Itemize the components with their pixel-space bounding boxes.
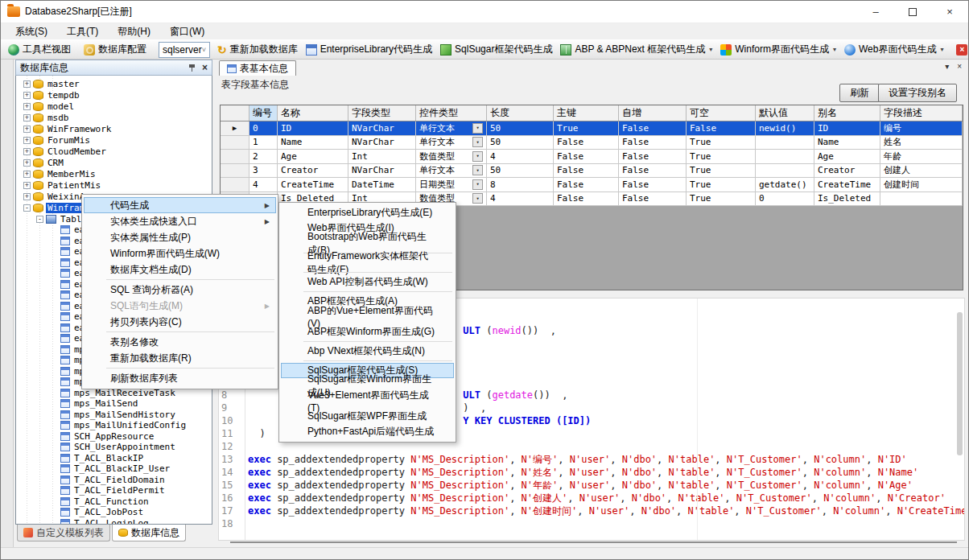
grid-row[interactable]: ▶ 1 Name NVarChar 单行文本▾ 50 False False T…	[221, 136, 963, 150]
tree-item-table[interactable]: SCH_UserAppointment	[16, 442, 212, 453]
grid-row[interactable]: ▶ 3 Creator NVarChar 单行文本▾ 50 False Fals…	[221, 164, 963, 179]
submenu-item[interactable]: ABP框架Winform界面生成(G) ▶	[281, 324, 454, 340]
tree-item-table[interactable]: mps_MailUnifiedConfig	[16, 420, 212, 431]
tree-expander[interactable]: -	[23, 204, 31, 212]
context-menu-item[interactable]: ▶	[106, 279, 274, 280]
grid-row[interactable]: ▶ 4 CreateTime DateTime 日期类型▾ 8 False Fa…	[221, 178, 963, 192]
entlib-codegen-button[interactable]: EnterpriseLibrary代码生成	[302, 41, 436, 59]
row-selector[interactable]: ▶	[221, 164, 249, 178]
tree-expander[interactable]: +	[23, 182, 31, 189]
row-selector[interactable]: ▶	[221, 150, 249, 163]
tree-expander[interactable]: +	[23, 171, 31, 178]
tree-item-database[interactable]: + CRM	[16, 157, 212, 168]
db-config-button[interactable]: 数据库配置	[80, 41, 151, 59]
tab-close-icon[interactable]: ×	[957, 62, 962, 71]
pin-icon[interactable]	[188, 64, 196, 72]
context-menu-item[interactable]: 刷新数据库列表 ▶	[84, 370, 276, 386]
tree-expander[interactable]: +	[23, 92, 31, 99]
tree-item-table[interactable]: SCH_AppResource	[16, 431, 212, 443]
context-menu-item[interactable]: 数据库文档生成(D) ▶	[84, 261, 276, 278]
grid-header[interactable]: 可空	[687, 105, 756, 121]
context-menu-item[interactable]: 拷贝列表内容(C) ▶	[84, 314, 276, 330]
tree-item-database[interactable]: + ForumMis	[16, 134, 212, 146]
tree-expander[interactable]: +	[23, 193, 31, 200]
tab-database-info[interactable]: 数据库信息	[112, 525, 186, 541]
grid-header[interactable]: 长度	[487, 105, 554, 121]
context-menu-item[interactable]: 表别名修改 ▶	[84, 334, 276, 350]
tree-expander[interactable]: +	[23, 137, 31, 144]
submenu-item[interactable]: EnterpriseLibrary代码生成(E) ▶	[281, 205, 454, 220]
tree-item-table[interactable]: T_ACL_JobPost	[16, 507, 212, 518]
tree-expander[interactable]: +	[23, 103, 31, 110]
submenu-item[interactable]: ABP的Vue+Element界面代码(V) ▶	[281, 309, 454, 324]
control-type-dropdown[interactable]: ▾	[472, 193, 483, 204]
grid-header[interactable]: 自增	[619, 105, 687, 121]
context-menu-item[interactable]: SQL语句生成(M) ▶	[84, 298, 276, 314]
sqlsugar-codegen-button[interactable]: SqlSugar框架代码生成	[436, 41, 556, 59]
grid-header[interactable]: 名称	[278, 105, 348, 121]
tree-item-database[interactable]: + PatientMis	[16, 179, 212, 191]
tree-item-table[interactable]: T_ACL_BlackIP	[16, 453, 212, 464]
tree-item-database[interactable]: + msdb	[16, 112, 212, 123]
menu-item[interactable]: 帮助(H)	[108, 23, 160, 39]
tree-item-table[interactable]: T_ACL_Function	[16, 496, 212, 508]
tree-item-database[interactable]: + MemberMis	[16, 168, 212, 179]
tree-item-table[interactable]: T_ACL_FieldDomain	[16, 475, 212, 486]
control-type-dropdown[interactable]: ▾	[472, 137, 483, 147]
tree-expander[interactable]: +	[23, 114, 31, 121]
tree-item-database[interactable]: + tempdb	[16, 89, 212, 101]
grid-row[interactable]: ▶ 2 Age Int 数值类型▾ 4 False False True Age…	[221, 150, 963, 164]
tree-item-database[interactable]: + model	[16, 101, 212, 112]
context-menu-item[interactable]: Winform界面代码生成(W) ▶	[84, 245, 276, 261]
tree-expander[interactable]: +	[23, 80, 31, 88]
context-menu-item[interactable]: SQL 查询分析器(A) ▶	[84, 282, 276, 298]
submenu-item[interactable]: Vue3+Element界面代码生成(T) ▶	[281, 393, 454, 409]
grid-header[interactable]: 别名	[814, 105, 880, 121]
exit-button[interactable]: × 退出	[952, 41, 969, 59]
context-menu-item[interactable]: 实体类生成快速入口 ▶	[84, 213, 276, 229]
web-codegen-button[interactable]: Web界面代码生成 ▾	[840, 41, 947, 59]
tree-expander[interactable]: -	[36, 216, 43, 223]
reload-db-button[interactable]: ↻ 重新加载数据库	[213, 41, 302, 59]
row-selector[interactable]: ▶	[221, 178, 249, 191]
grid-header[interactable]: 控件类型	[416, 105, 487, 121]
menu-item[interactable]: 窗口(W)	[160, 23, 214, 39]
submenu-item[interactable]: Web API控制器代码生成(W) ▶	[281, 274, 454, 290]
tree-item-table[interactable]: T_ACL_FieldPermit	[16, 485, 212, 496]
tab-list-dropdown-icon[interactable]: ▾	[945, 62, 949, 71]
submenu-item[interactable]: SqlSugar框架WPF界面生成 ▶	[281, 409, 454, 424]
grid-header[interactable]: 字段类型	[348, 105, 416, 121]
grid-header[interactable]: 字段描述	[880, 105, 963, 121]
tree-item-table[interactable]: T_ACL_BlackIP_User	[16, 463, 212, 475]
vertical-scrollbar[interactable]	[957, 312, 963, 455]
row-selector[interactable]: ▶	[221, 121, 249, 135]
control-type-dropdown[interactable]: ▾	[472, 179, 483, 190]
submenu-item[interactable]: ▶	[303, 341, 452, 342]
context-menu-item[interactable]: ▶	[106, 331, 274, 332]
tab-table-basic-info[interactable]: 表基本信息	[219, 60, 296, 76]
context-menu-item[interactable]: 重新加载数据库(R) ▶	[84, 350, 276, 366]
panel-close-icon[interactable]: ×	[202, 62, 208, 73]
grid-header[interactable]: 编号	[249, 105, 278, 121]
control-type-dropdown[interactable]: ▾	[472, 151, 483, 162]
menu-item[interactable]: 系统(S)	[6, 23, 57, 39]
submenu-item[interactable]: EntityFramework实体框架代码生成(F) ▶	[281, 255, 454, 270]
set-field-alias-button[interactable]: 设置字段别名	[878, 84, 957, 102]
row-selector[interactable]: ▶	[221, 136, 249, 150]
context-menu-item[interactable]: 实体类属性生成(P) ▶	[84, 229, 276, 245]
tree-item-database[interactable]: + CloudMember	[16, 146, 212, 157]
submenu-item[interactable]: ▶	[303, 360, 452, 361]
context-menu-item[interactable]: ▶	[106, 368, 274, 369]
menu-item[interactable]: 工具(T)	[57, 23, 108, 39]
submenu-item[interactable]: ▶	[303, 272, 452, 273]
context-menu-item[interactable]: 代码生成 ▶	[84, 197, 276, 213]
tree-item-database[interactable]: + master	[16, 78, 212, 89]
maximize-button[interactable]	[894, 1, 931, 23]
close-button[interactable]: ×	[931, 1, 968, 23]
abp-codegen-button[interactable]: ABP & ABPNext 框架代码生成 ▾	[556, 41, 716, 59]
toolbar-view-button[interactable]: 工具栏视图	[4, 41, 75, 59]
control-type-dropdown[interactable]: ▾	[472, 165, 483, 175]
submenu-item[interactable]: ▶	[303, 291, 452, 292]
tab-custom-templates[interactable]: 自定义模板列表	[17, 525, 110, 541]
tree-item-table[interactable]: mps_MailSendHistory	[16, 410, 212, 421]
